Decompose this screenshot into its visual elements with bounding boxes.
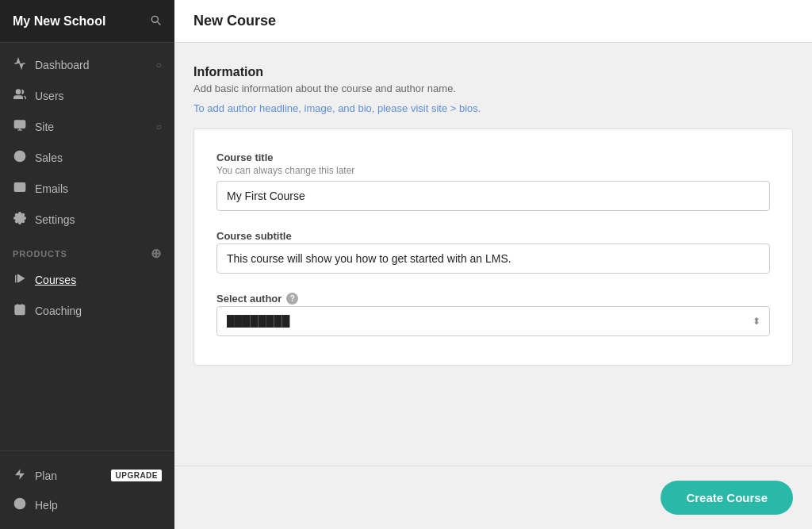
select-author-label: Select author ?: [216, 293, 770, 305]
create-course-button[interactable]: Create Course: [661, 481, 793, 515]
course-subtitle-label: Course subtitle: [216, 230, 770, 242]
mail-icon: [13, 181, 27, 196]
bolt-icon: [13, 468, 27, 483]
sidebar-item-dashboard[interactable]: Dashboard ○: [0, 49, 174, 80]
sidebar-item-users-label: Users: [35, 90, 64, 102]
calendar-icon: [13, 303, 27, 318]
sidebar-item-sales[interactable]: Sales: [0, 142, 174, 173]
course-title-group: Course title You can always change this …: [216, 151, 770, 211]
users-icon: [13, 88, 27, 103]
products-section-label: PRODUCTS ⊕: [0, 235, 174, 264]
main-header: New Course: [174, 0, 812, 43]
sidebar-item-sales-label: Sales: [35, 151, 63, 164]
svg-point-0: [16, 90, 20, 94]
dashboard-indicator: ○: [156, 59, 162, 71]
section-title: Information: [193, 65, 793, 79]
school-name: My New School: [13, 14, 105, 29]
sidebar-item-help-label: Help: [35, 499, 58, 512]
section-note: To add author headline, image, and bio, …: [193, 102, 793, 114]
sidebar-item-settings-label: Settings: [35, 213, 75, 226]
course-title-label: Course title: [216, 151, 770, 163]
sidebar: My New School Dashboard ○: [0, 0, 174, 529]
sidebar-item-coaching[interactable]: Coaching: [0, 295, 174, 326]
gear-icon: [13, 212, 27, 227]
help-circle-icon: [13, 497, 27, 512]
sidebar-header: My New School: [0, 0, 174, 43]
search-icon[interactable]: [149, 13, 162, 29]
course-title-hint: You can always change this later: [216, 165, 770, 176]
main-body: Information Add basic information about …: [174, 43, 812, 466]
main-content: New Course Information Add basic informa…: [174, 0, 812, 529]
sidebar-item-site-label: Site: [35, 121, 54, 133]
sidebar-item-courses[interactable]: Courses: [0, 264, 174, 295]
chart-icon: [13, 57, 27, 72]
sidebar-item-plan-label: Plan: [35, 470, 57, 482]
sidebar-item-courses-label: Courses: [35, 274, 76, 286]
sidebar-item-site[interactable]: Site ○: [0, 111, 174, 142]
sidebar-item-plan[interactable]: Plan UPGRADE: [0, 461, 174, 490]
sidebar-item-users[interactable]: Users: [0, 80, 174, 111]
courses-icon: [13, 272, 27, 287]
add-product-icon[interactable]: ⊕: [151, 246, 162, 261]
sidebar-item-dashboard-label: Dashboard: [35, 59, 90, 71]
dollar-icon: [13, 150, 27, 165]
course-subtitle-input[interactable]: [216, 243, 770, 274]
course-title-input[interactable]: [216, 181, 770, 211]
main-footer: Create Course: [174, 466, 812, 529]
author-select[interactable]: ████████: [216, 306, 770, 336]
sidebar-footer: Plan UPGRADE Help: [0, 450, 174, 529]
select-author-group: Select author ? ████████ ⬍: [216, 293, 770, 336]
author-help-icon[interactable]: ?: [286, 293, 298, 305]
sidebar-item-coaching-label: Coaching: [35, 305, 82, 317]
sidebar-item-emails[interactable]: Emails: [0, 173, 174, 204]
course-subtitle-group: Course subtitle: [216, 230, 770, 274]
sidebar-item-help[interactable]: Help: [0, 490, 174, 519]
page-title: New Course: [193, 13, 276, 29]
form-card: Course title You can always change this …: [193, 128, 793, 366]
site-indicator: ○: [156, 121, 162, 132]
monitor-icon: [13, 119, 27, 134]
sidebar-item-settings[interactable]: Settings: [0, 204, 174, 235]
sidebar-item-emails-label: Emails: [35, 182, 68, 195]
sidebar-nav: Dashboard ○ Users: [0, 43, 174, 450]
svg-rect-1: [14, 121, 25, 128]
author-select-wrapper: ████████ ⬍: [216, 306, 770, 336]
svg-rect-10: [15, 305, 25, 315]
section-subtitle: Add basic information about the course a…: [193, 82, 793, 94]
upgrade-badge: UPGRADE: [111, 470, 162, 481]
